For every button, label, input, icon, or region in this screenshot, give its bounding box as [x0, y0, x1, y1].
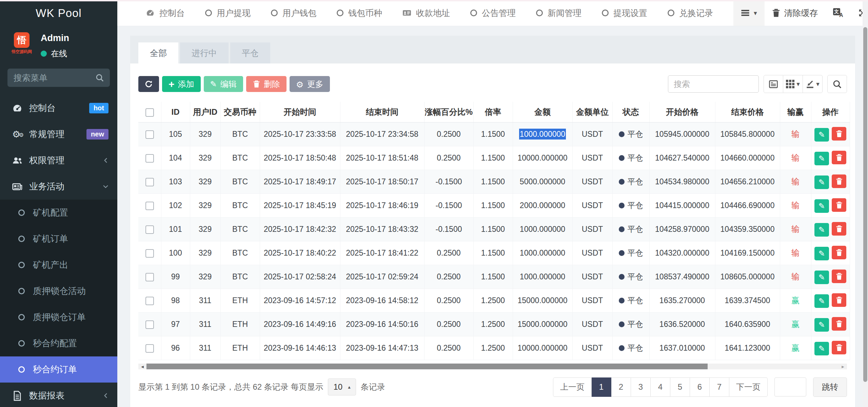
sidebar-item-8[interactable]: 质押锁仓订单 — [0, 304, 117, 330]
row-checkbox[interactable] — [145, 130, 154, 139]
cell-amount: 1000.000000 — [513, 122, 572, 146]
select-all-checkbox[interactable] — [145, 108, 154, 117]
nav-link-2[interactable]: 用户钱包 — [271, 7, 316, 19]
export-button[interactable]: ▾ — [803, 75, 823, 93]
row-edit-button[interactable]: ✎ — [814, 199, 829, 213]
add-button[interactable]: +添加 — [162, 76, 201, 92]
table-row-9: 96311ETH2023-09-16 14:46:132023-09-16 14… — [138, 336, 850, 360]
sidebar-item-7[interactable]: 质押锁仓活动 — [0, 278, 117, 304]
row-delete-button[interactable] — [832, 246, 846, 259]
row-delete-button[interactable] — [832, 222, 846, 236]
cell-user-id: 329 — [190, 146, 220, 170]
page-button-7[interactable]: 7 — [710, 377, 729, 397]
row-checkbox[interactable] — [145, 178, 154, 186]
row-delete-button[interactable] — [832, 198, 846, 212]
sidebar-item-11[interactable]: 数据报表 — [0, 383, 117, 407]
row-checkbox[interactable] — [145, 320, 154, 329]
detail-view-button[interactable] — [764, 75, 783, 93]
row-edit-button[interactable]: ✎ — [814, 247, 829, 260]
row-checkbox[interactable] — [145, 344, 154, 353]
row-checkbox[interactable] — [145, 249, 154, 258]
row-delete-button[interactable] — [832, 174, 846, 188]
row-edit-button[interactable]: ✎ — [814, 175, 829, 189]
columns-button[interactable]: ▾ — [783, 75, 803, 93]
row-delete-button[interactable] — [832, 341, 846, 354]
edit-button[interactable]: ✎编辑 — [204, 76, 243, 92]
quick-list-button[interactable]: ▾ — [733, 0, 765, 26]
row-edit-button[interactable]: ✎ — [814, 342, 829, 355]
jump-page-input[interactable] — [774, 377, 806, 396]
row-delete-button[interactable] — [832, 127, 846, 141]
tab-2[interactable]: 平仓 — [230, 42, 270, 63]
sidebar-item-4[interactable]: 矿机配置 — [0, 200, 117, 226]
cell-close-price: 1640.635900 — [715, 312, 780, 336]
nav-link-3[interactable]: 钱包币种 — [337, 7, 382, 19]
page-button-3[interactable]: 3 — [631, 377, 651, 397]
cell-user-id: 329 — [190, 193, 220, 217]
sidebar-item-6[interactable]: 矿机产出 — [0, 252, 117, 278]
sidebar-item-2[interactable]: 权限管理 — [0, 147, 117, 173]
prev-page-button[interactable]: 上一页 — [553, 377, 592, 397]
row-edit-button[interactable]: ✎ — [814, 223, 829, 237]
row-checkbox[interactable] — [145, 273, 154, 281]
row-edit-button[interactable]: ✎ — [814, 152, 829, 165]
column-header-8: 金额单位 — [572, 102, 612, 122]
row-checkbox[interactable] — [145, 202, 154, 210]
page-button-6[interactable]: 6 — [690, 377, 710, 397]
app-title: WK Pool — [0, 0, 117, 26]
row-checkbox[interactable] — [145, 225, 154, 234]
circle-icon — [18, 236, 25, 242]
row-edit-button[interactable]: ✎ — [814, 128, 829, 142]
nav-link-7[interactable]: 提现设置 — [602, 7, 647, 19]
search-button[interactable] — [827, 75, 847, 93]
refresh-button[interactable] — [138, 76, 159, 92]
sidebar-item-3[interactable]: 业务活动 — [0, 173, 117, 200]
sidebar-item-1[interactable]: ⚙⚙常规管理new — [0, 121, 117, 147]
cell-user-id: 329 — [190, 241, 220, 265]
cell-unit: USDT — [572, 265, 612, 289]
per-page-select[interactable]: 10 ▴ — [328, 378, 356, 395]
scroll-left-arrow-icon[interactable]: ◂ — [138, 364, 146, 369]
menu-search-input[interactable] — [7, 69, 110, 87]
row-delete-button[interactable] — [832, 293, 846, 307]
row-edit-button[interactable]: ✎ — [814, 294, 829, 308]
row-checkbox[interactable] — [145, 154, 154, 163]
nav-link-1[interactable]: 用户提现 — [205, 7, 251, 19]
row-delete-button[interactable] — [832, 270, 846, 283]
nav-link-8[interactable]: 兑换记录 — [668, 7, 713, 19]
scroll-right-arrow-icon[interactable]: ▸ — [839, 364, 847, 369]
sidebar-item-5[interactable]: 矿机订单 — [0, 226, 117, 252]
table-search-input[interactable] — [668, 75, 759, 93]
row-delete-button[interactable] — [832, 317, 846, 331]
tab-0[interactable]: 全部 — [138, 42, 178, 63]
row-checkbox[interactable] — [145, 297, 154, 305]
column-header-9: 状态 — [612, 102, 649, 122]
cell-end-time: 2025-10-17 18:51:48 — [340, 146, 424, 170]
vertical-scrollbar-thumb[interactable] — [863, 27, 867, 382]
cell-actions: ✎ — [811, 241, 850, 265]
jump-button[interactable]: 跳转 — [813, 377, 847, 397]
nav-link-label: 兑换记录 — [679, 7, 713, 19]
page-button-4[interactable]: 4 — [651, 377, 670, 397]
row-delete-button[interactable] — [832, 151, 846, 164]
row-edit-button[interactable]: ✎ — [814, 271, 829, 284]
page-button-2[interactable]: 2 — [611, 377, 631, 397]
next-page-button[interactable]: 下一页 — [729, 377, 768, 397]
translate-button[interactable]: 文A — [826, 0, 851, 26]
page-button-5[interactable]: 5 — [670, 377, 690, 397]
nav-link-0[interactable]: 控制台 — [146, 7, 185, 19]
nav-link-6[interactable]: 新闻管理 — [536, 7, 581, 19]
delete-button[interactable]: 删除 — [246, 76, 287, 92]
nav-link-4[interactable]: 收款地址 — [402, 7, 450, 19]
sidebar-item-0[interactable]: 控制台hot — [0, 95, 117, 121]
page-button-1[interactable]: 1 — [592, 377, 611, 397]
nav-link-5[interactable]: 公告管理 — [470, 7, 516, 19]
tab-1[interactable]: 进行中 — [180, 42, 229, 63]
sidebar-item-10[interactable]: 秒合约订单 — [0, 356, 117, 383]
row-edit-button[interactable]: ✎ — [814, 318, 829, 332]
clear-cache-button[interactable]: 清除缓存 — [765, 0, 826, 26]
more-button[interactable]: ⚙更多 — [290, 76, 330, 92]
sidebar-item-label: 业务活动 — [29, 181, 96, 192]
horizontal-scrollbar-thumb[interactable] — [146, 364, 708, 369]
sidebar-item-9[interactable]: 秒合约配置 — [0, 330, 117, 356]
